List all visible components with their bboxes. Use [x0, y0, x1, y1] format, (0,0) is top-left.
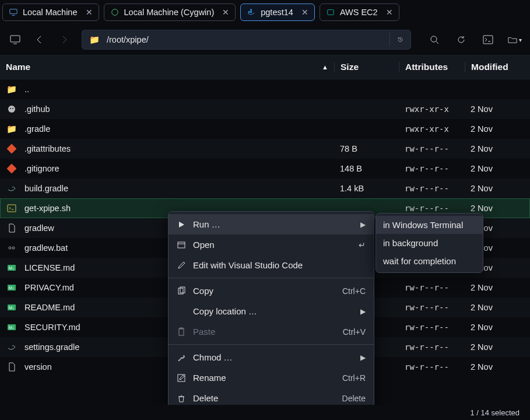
batch-icon: [6, 242, 17, 254]
shell-icon: [6, 202, 17, 214]
file-name: .gradle: [24, 124, 334, 134]
column-attributes[interactable]: Attributes: [399, 62, 465, 72]
svg-rect-7: [10, 36, 20, 42]
file-name: .github: [24, 104, 334, 114]
submenu-item[interactable]: wait for completion: [376, 252, 483, 270]
svg-point-22: [9, 247, 11, 249]
close-icon[interactable]: ✕: [86, 8, 93, 17]
chevron-right-icon: ▶: [360, 307, 366, 316]
pencil-icon: [177, 261, 186, 270]
tab-pgtest14[interactable]: pgtest14 ✕: [240, 4, 315, 21]
menu-item[interactable]: Copy location …▶: [169, 301, 374, 321]
svg-rect-33: [178, 242, 185, 248]
file-name: ..: [24, 85, 334, 94]
tab-label: AWS EC2: [340, 8, 378, 17]
markdown-icon: M↓: [6, 302, 17, 313]
copy-icon: [177, 286, 186, 296]
menu-item-label: Paste: [193, 327, 336, 337]
menu-item-label: Run …: [193, 219, 353, 229]
submenu-item[interactable]: in background: [376, 234, 483, 252]
paste-icon: [177, 327, 186, 337]
table-row[interactable]: .githubrwxr-xr-x2 Nov: [0, 99, 530, 119]
menu-item[interactable]: Chmod …▶: [169, 347, 374, 368]
menu-item[interactable]: CopyCtrl+C: [169, 281, 374, 301]
tab-local-machine[interactable]: Local Machine ✕: [2, 4, 99, 21]
svg-rect-19: [7, 164, 16, 173]
file-name: .gitignore: [24, 164, 334, 173]
submenu-item[interactable]: in Windows Terminal: [376, 216, 483, 234]
file-modified: 2 Nov: [465, 124, 530, 134]
desktop-icon: [9, 8, 18, 17]
search-icon[interactable]: [427, 33, 441, 47]
file-modified: 2 Nov: [465, 184, 530, 193]
file-size: 1.4 kB: [334, 184, 399, 193]
column-modified[interactable]: Modified: [465, 62, 530, 72]
menu-item-label: Chmod …: [193, 352, 353, 362]
tab-local-cygwin[interactable]: Local Machine (Cygwin) ✕: [104, 4, 236, 21]
aws-icon: [326, 8, 335, 17]
menu-item-shortcut: Delete: [342, 394, 366, 403]
open-icon: [177, 240, 186, 250]
column-size[interactable]: Size: [334, 62, 399, 72]
markdown-icon: M↓: [6, 282, 17, 293]
cygwin-icon: [110, 8, 120, 17]
folder-icon: 📁: [89, 35, 100, 45]
svg-rect-5: [250, 9, 252, 11]
column-name[interactable]: Name ▲: [6, 62, 334, 72]
path-input[interactable]: 📁 /root/xpipe/: [82, 30, 411, 50]
table-header: Name ▲ Size Attributes Modified: [0, 55, 530, 79]
table-row[interactable]: 📁.gradlerwxr-xr-x2 Nov: [0, 119, 530, 139]
refresh-icon[interactable]: [454, 33, 468, 47]
svg-text:M↓: M↓: [9, 326, 14, 330]
file-icon: [6, 222, 17, 234]
play-icon: [177, 220, 186, 229]
menu-item[interactable]: Run …▶: [169, 214, 374, 235]
file-attributes: rwxr-xr-x: [399, 124, 465, 134]
file-modified: 2 Nov: [465, 342, 530, 352]
file-modified: 2 Nov: [465, 164, 530, 173]
menu-separator: [169, 278, 374, 278]
svg-text:M↓: M↓: [9, 266, 14, 270]
menu-item-shortcut: Ctrl+C: [342, 286, 366, 296]
tab-label: pgtest14: [261, 8, 293, 17]
selection-count: 1 / 14 selected: [470, 408, 520, 417]
file-attributes: rw-r--r--: [399, 303, 465, 312]
svg-point-17: [12, 108, 13, 109]
svg-point-16: [10, 108, 11, 109]
gradle-folder-icon: 📁: [6, 123, 17, 135]
close-icon[interactable]: ✕: [301, 8, 308, 17]
svg-point-11: [431, 36, 437, 42]
chevron-right-icon: ▶: [360, 220, 366, 229]
forward-button[interactable]: [57, 33, 71, 47]
file-modified: 2 Nov: [465, 362, 530, 372]
tab-label: Local Machine: [23, 8, 78, 17]
context-submenu-run: in Windows Terminalin backgroundwait for…: [375, 213, 483, 273]
terminal-icon[interactable]: [481, 33, 495, 47]
file-attributes: rwxr-xr-x: [399, 104, 465, 114]
submenu-item-label: wait for completion: [383, 256, 476, 266]
svg-rect-18: [7, 144, 16, 153]
new-folder-menu[interactable]: ▾: [508, 33, 522, 47]
menu-item[interactable]: Open↵: [169, 235, 374, 255]
menu-separator: [169, 344, 374, 345]
tab-aws-ec2[interactable]: AWS EC2 ✕: [320, 4, 399, 21]
close-icon[interactable]: ✕: [386, 8, 393, 17]
table-row[interactable]: build.gradle1.4 kBrw-r--r--2 Nov: [0, 178, 530, 198]
svg-line-10: [401, 40, 401, 40]
status-bar: 1 / 14 selected: [0, 405, 530, 420]
github-icon: [6, 103, 17, 115]
table-row[interactable]: 📁..: [0, 79, 530, 99]
table-row[interactable]: .gitignore148 Brw-r--r--2 Nov: [0, 159, 530, 178]
file-modified: 2 Nov: [465, 303, 530, 312]
svg-rect-37: [179, 328, 184, 335]
back-button[interactable]: [33, 33, 47, 47]
history-icon[interactable]: [389, 33, 403, 47]
menu-item[interactable]: Edit with Visual Studio Code: [169, 255, 374, 275]
menu-item[interactable]: RenameCtrl+R: [169, 368, 374, 388]
close-icon[interactable]: ✕: [222, 8, 229, 17]
file-name: build.gradle: [24, 184, 334, 193]
svg-rect-4: [250, 11, 252, 13]
table-row[interactable]: .gitattributes78 Brw-r--r--2 Nov: [0, 139, 530, 159]
svg-rect-3: [248, 11, 250, 13]
monitor-icon[interactable]: [8, 33, 22, 47]
